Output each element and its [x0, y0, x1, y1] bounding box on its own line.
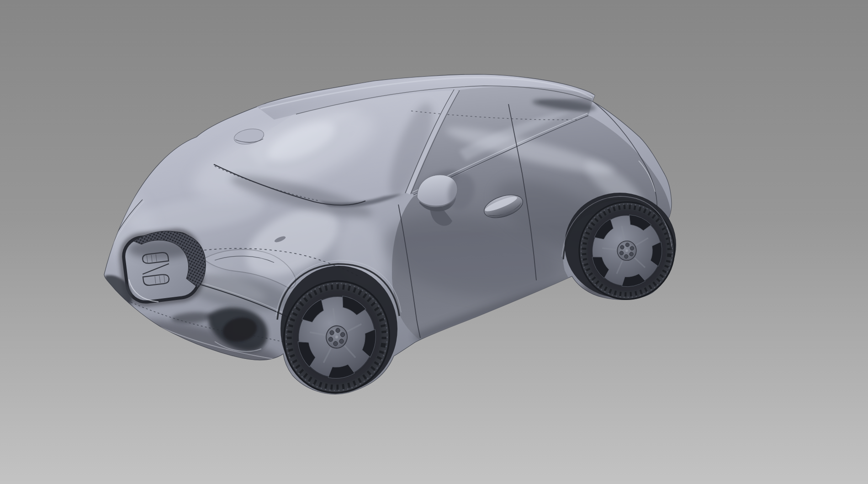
- front-grille: [119, 229, 206, 306]
- car-render: [0, 0, 868, 484]
- 3d-viewport[interactable]: [0, 0, 868, 484]
